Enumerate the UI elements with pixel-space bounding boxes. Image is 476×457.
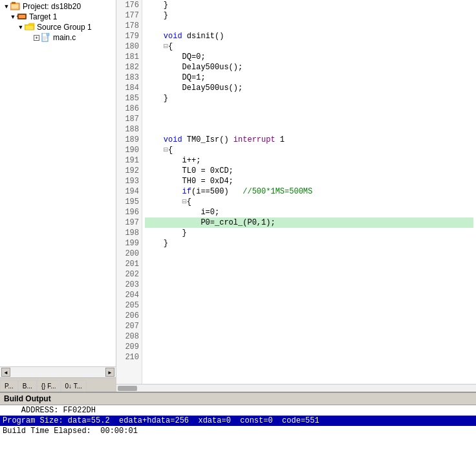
code-line-176: } bbox=[145, 0, 473, 10]
source-group-label: Source Group 1 bbox=[37, 23, 92, 32]
hscroll-thumb[interactable] bbox=[118, 386, 137, 391]
main-container: ▼ Project: ds18b20 ▼ bbox=[0, 0, 476, 457]
folder-icon bbox=[25, 23, 35, 32]
code-line-185: } bbox=[145, 93, 473, 104]
scroll-left-arrow[interactable]: ◀ bbox=[1, 368, 10, 377]
code-line-206 bbox=[145, 311, 473, 321]
code-line-202 bbox=[145, 269, 473, 280]
svg-rect-8 bbox=[47, 33, 49, 36]
code-line-196: i=0; bbox=[145, 207, 473, 217]
file-icon bbox=[41, 33, 51, 42]
code-line-181: DQ=0; bbox=[145, 52, 473, 62]
code-line-191: i++; bbox=[145, 155, 473, 166]
code-line-187 bbox=[145, 114, 473, 124]
code-line-210 bbox=[145, 352, 473, 362]
code-line-177: } bbox=[145, 10, 473, 21]
code-line-204 bbox=[145, 290, 473, 300]
tab-f[interactable]: {} F... bbox=[37, 380, 61, 392]
tree-file-mainc[interactable]: + main.c bbox=[0, 32, 116, 43]
svg-rect-1 bbox=[12, 2, 16, 4]
code-line-188 bbox=[145, 124, 473, 135]
build-output-header: Build Output bbox=[0, 393, 476, 405]
code-line-182: Delay500us(); bbox=[145, 62, 473, 72]
file-collapse[interactable]: + bbox=[34, 35, 39, 41]
code-line-192: TL0 = 0xCD; bbox=[145, 166, 473, 176]
target-icon bbox=[17, 12, 27, 21]
code-line-198: } bbox=[145, 228, 473, 238]
code-line-184: Delay500us(); bbox=[145, 83, 473, 93]
target-toggle[interactable]: ▼ bbox=[9, 13, 17, 21]
code-content[interactable]: } } void dsinit() ⊟{ DQ=0; Delay500us();… bbox=[142, 0, 476, 384]
code-line-194: if(i==500) //500*1MS=500MS bbox=[145, 186, 473, 197]
code-line-195: ⊟{ bbox=[145, 197, 473, 207]
svg-rect-5 bbox=[17, 16, 19, 17]
left-bottom-tabs: P... B... {} F... 0↓ T... bbox=[0, 377, 116, 392]
code-line-207 bbox=[145, 321, 473, 331]
code-line-208 bbox=[145, 331, 473, 342]
left-panel-scroll: ◀ ▶ bbox=[0, 366, 116, 377]
content-area: ▼ Project: ds18b20 ▼ bbox=[0, 0, 476, 392]
tab-p[interactable]: P... bbox=[0, 380, 18, 392]
file-label: main.c bbox=[53, 33, 76, 42]
line-numbers: 176 177 178 179 180 181 182 183 184 185 … bbox=[116, 0, 142, 384]
tree-project[interactable]: ▼ Project: ds18b20 bbox=[0, 1, 116, 12]
code-line-199: } bbox=[145, 238, 473, 249]
bottom-panel: Build Output ADDRESS: FF022DH Program Si… bbox=[0, 392, 476, 457]
code-line-179: void dsinit() bbox=[145, 31, 473, 41]
tab-b[interactable]: B... bbox=[18, 380, 37, 392]
tree-source-group[interactable]: ▼ Source Group 1 bbox=[0, 22, 116, 32]
code-container[interactable]: 176 177 178 179 180 181 182 183 184 185 … bbox=[116, 0, 476, 384]
svg-rect-2 bbox=[11, 4, 19, 9]
build-line-1: ADDRESS: FF022DH bbox=[0, 405, 476, 416]
code-line-197: P0=_crol_(P0,1); bbox=[145, 217, 473, 228]
code-line-178 bbox=[145, 21, 473, 31]
source-group-toggle[interactable]: ▼ bbox=[17, 23, 25, 31]
code-line-209 bbox=[145, 342, 473, 352]
code-line-190: ⊟{ bbox=[145, 145, 473, 155]
svg-rect-6 bbox=[25, 25, 34, 30]
code-line-200 bbox=[145, 249, 473, 259]
code-line-193: TH0 = 0xD4; bbox=[145, 176, 473, 186]
code-line-201 bbox=[145, 259, 473, 269]
project-icon bbox=[10, 2, 21, 11]
scroll-right-arrow[interactable]: ▶ bbox=[105, 368, 114, 377]
editor-hscroll[interactable] bbox=[116, 384, 476, 392]
editor-area: 176 177 178 179 180 181 182 183 184 185 … bbox=[116, 0, 476, 392]
tree-target[interactable]: ▼ Target 1 bbox=[0, 12, 116, 22]
tab-t[interactable]: 0↓ T... bbox=[61, 380, 87, 392]
code-line-186 bbox=[145, 104, 473, 114]
target-label: Target 1 bbox=[29, 12, 57, 21]
project-toggle[interactable]: ▼ bbox=[3, 3, 10, 10]
code-line-205 bbox=[145, 300, 473, 311]
project-tree: ▼ Project: ds18b20 ▼ bbox=[0, 0, 116, 366]
code-line-189: void TM0_Isr() interrupt 1 bbox=[145, 135, 473, 145]
code-line-180: ⊟{ bbox=[145, 41, 473, 52]
code-line-183: DQ=1; bbox=[145, 72, 473, 83]
code-line-203 bbox=[145, 280, 473, 290]
build-line-2: Program Size: data=55.2 edata+hdata=256 … bbox=[0, 416, 476, 426]
build-line-3: Build Time Elapsed: 00:00:01 bbox=[0, 426, 476, 436]
build-output-content[interactable]: ADDRESS: FF022DH Program Size: data=55.2… bbox=[0, 405, 476, 457]
project-label: Project: ds18b20 bbox=[23, 2, 81, 11]
svg-rect-4 bbox=[19, 15, 25, 18]
